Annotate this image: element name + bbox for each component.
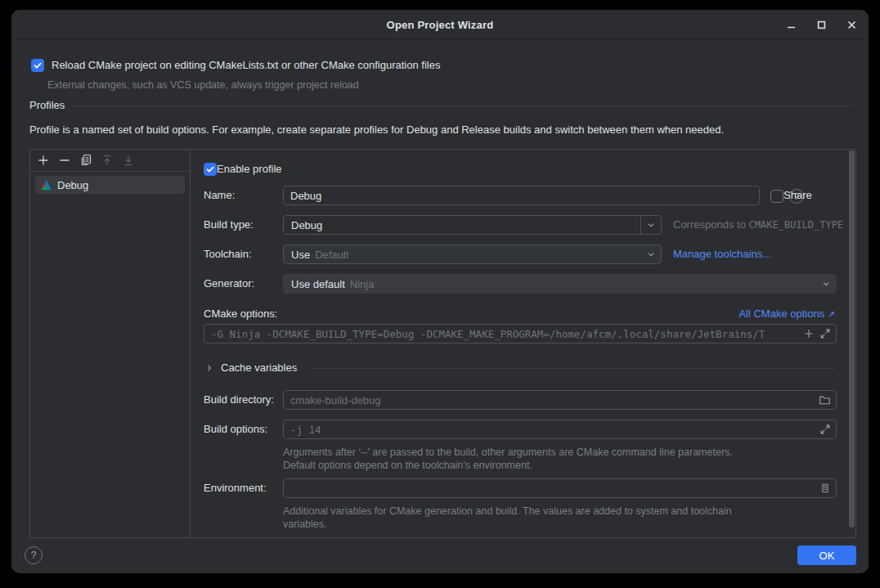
plus-icon <box>37 154 50 167</box>
chevron-down-icon <box>641 245 661 263</box>
profiles-list-panel: Debug <box>30 150 191 537</box>
profiles-title: Profiles <box>29 99 65 112</box>
generator-value: Use defaultNinja <box>284 278 374 290</box>
move-up-icon <box>101 154 114 167</box>
reload-cmake-label: Reload CMake project on editing CMakeLis… <box>52 59 440 72</box>
enable-profile-checkbox[interactable] <box>204 163 217 176</box>
title-bar[interactable]: Open Project Wizard <box>11 10 869 40</box>
name-row: Name: Share ? <box>191 186 855 205</box>
name-field[interactable] <box>283 186 760 205</box>
close-button[interactable] <box>844 17 859 32</box>
environment-field[interactable] <box>283 478 837 498</box>
environment-hint-1: Additional variables for CMake generatio… <box>283 505 732 518</box>
minus-icon <box>58 154 71 167</box>
manage-toolchains-link[interactable]: Manage toolchains... <box>673 245 771 264</box>
open-project-wizard-dialog: Open Project Wizard Reload CMake project… <box>11 10 869 573</box>
toolchain-select[interactable]: UseDefault <box>283 245 662 264</box>
profile-list-item-debug[interactable]: Debug <box>35 176 185 194</box>
toolchain-row: Toolchain: UseDefault Manage toolchains.… <box>191 245 855 264</box>
check-icon <box>33 61 43 70</box>
build-options-row: Build options: <box>191 420 855 439</box>
reload-cmake-checkbox[interactable] <box>31 59 44 72</box>
environment-row: Environment: <box>191 478 855 498</box>
profile-item-label: Debug <box>57 179 88 191</box>
build-directory-row: Build directory: <box>191 390 855 410</box>
generator-row: Generator: Use defaultNinja <box>191 274 855 294</box>
copy-icon <box>79 154 92 167</box>
build-type-value: Debug <box>284 219 322 231</box>
chevron-right-icon <box>204 362 215 374</box>
dialog-help-button[interactable]: ? <box>25 546 43 564</box>
window-title: Open Project Wizard <box>387 19 494 31</box>
build-directory-label: Build directory: <box>204 390 274 410</box>
check-icon <box>205 164 215 174</box>
window-controls <box>783 10 859 39</box>
build-options-field[interactable] <box>283 420 837 439</box>
build-directory-field[interactable] <box>283 390 837 410</box>
external-link-icon: ↗ <box>828 309 835 319</box>
cmake-build-type-code: CMAKE_BUILD_TYPE <box>749 219 844 231</box>
name-label: Name: <box>204 186 235 205</box>
move-down-button[interactable] <box>122 154 135 167</box>
build-type-select[interactable]: Debug <box>283 215 662 235</box>
build-options-label: Build options: <box>204 420 267 439</box>
generator-select[interactable]: Use defaultNinja <box>283 274 837 294</box>
add-profile-button[interactable] <box>37 154 50 167</box>
name-input[interactable] <box>284 186 759 204</box>
build-type-row: Build type: Debug Corresponds to CMAKE_B… <box>191 215 855 235</box>
maximize-icon <box>815 19 828 31</box>
toolchain-label: Toolchain: <box>204 245 252 264</box>
reload-cmake-row: Reload CMake project on editing CMakeLis… <box>31 59 440 72</box>
profiles-list: Debug <box>30 172 190 198</box>
generator-label: Generator: <box>204 274 254 294</box>
cmake-options-header-row: CMake options: All CMake options ↗ <box>191 304 855 324</box>
cmake-options-input[interactable] <box>204 325 803 343</box>
section-divider <box>309 368 835 369</box>
folder-icon[interactable] <box>819 394 831 406</box>
environment-label: Environment: <box>204 478 267 498</box>
profiles-panel: Debug Enable profile Name: <box>29 149 856 538</box>
expand-icon[interactable] <box>819 424 831 435</box>
profiles-description: Profile is a named set of build options.… <box>29 123 724 136</box>
reload-cmake-hint: External changes, such as VCS update, al… <box>47 79 359 92</box>
variables-list-icon[interactable] <box>819 483 831 494</box>
build-type-label: Build type: <box>204 215 254 235</box>
move-up-button[interactable] <box>101 154 114 167</box>
cmake-options-field[interactable] <box>204 324 837 343</box>
enable-profile-label: Enable profile <box>217 163 282 176</box>
ok-button[interactable]: OK <box>797 545 856 565</box>
profile-settings-panel: Enable profile Name: Share ? Build type: <box>191 150 855 537</box>
chevron-down-icon <box>816 275 836 293</box>
minimize-button[interactable] <box>783 17 798 32</box>
environment-hint-2: variables. <box>283 518 327 531</box>
close-icon <box>846 19 858 31</box>
build-type-note: Corresponds to CMAKE_BUILD_TYPE <box>673 215 843 235</box>
cmake-options-label: CMake options: <box>204 304 277 324</box>
build-options-hint-1: Arguments after ‘--’ are passed to the b… <box>283 446 733 459</box>
remove-profile-button[interactable] <box>58 154 71 167</box>
share-checkbox[interactable] <box>770 190 783 203</box>
cache-variables-label: Cache variables <box>221 360 297 376</box>
profiles-toolbar <box>30 150 190 172</box>
build-directory-input[interactable] <box>284 391 819 409</box>
section-divider <box>73 105 851 106</box>
build-options-input[interactable] <box>284 420 819 438</box>
cmake-options-row <box>191 324 855 343</box>
expand-icon[interactable] <box>819 328 831 339</box>
toolchain-value: UseDefault <box>284 249 348 261</box>
move-down-icon <box>122 154 135 167</box>
chevron-down-icon <box>640 216 661 234</box>
maximize-button[interactable] <box>814 17 828 32</box>
add-option-icon[interactable] <box>803 328 815 339</box>
minimize-icon <box>785 19 797 31</box>
profiles-section-header: Profiles <box>29 99 851 112</box>
cmake-logo-icon <box>40 179 52 191</box>
cache-variables-section[interactable]: Cache variables <box>204 360 835 376</box>
enable-profile-row: Enable profile <box>191 161 855 181</box>
copy-profile-button[interactable] <box>79 154 92 167</box>
all-cmake-options-link[interactable]: All CMake options ↗ <box>739 304 835 324</box>
build-options-hint-2: Default options depend on the toolchain’… <box>283 459 532 472</box>
share-label: Share <box>783 189 812 202</box>
environment-input[interactable] <box>284 479 819 497</box>
